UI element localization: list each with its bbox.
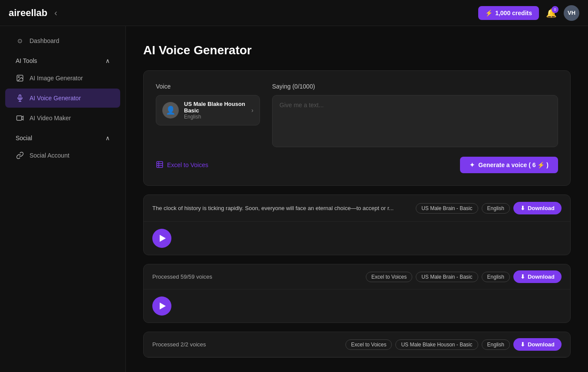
result-card-2: Processed 2/2 voices Excel to Voices US … — [143, 332, 571, 358]
back-button[interactable]: ‹ — [54, 8, 57, 18]
sidebar-item-dashboard[interactable]: ⊙ Dashboard — [5, 31, 120, 50]
sparkle-icon: ✦ — [470, 161, 475, 168]
page-title: AI Voice Generator — [143, 43, 571, 57]
processed-text-1: Processed 59/59 voices — [152, 273, 212, 280]
voice-label: Voice — [156, 83, 260, 90]
download-button-1[interactable]: ⬇ Download — [513, 270, 562, 283]
svg-rect-3 — [17, 116, 22, 121]
result-footer-1: Processed 59/59 voices Excel to Voices U… — [144, 264, 570, 290]
app-header: aireellab ‹ ⚡ 1,000 credits 🔔 0 VH — [0, 0, 588, 26]
result-tags-0: US Male Brain - Basic English ⬇ Download — [416, 202, 562, 214]
voice-tag-2: US Male Blake Houson - Basic — [395, 339, 478, 350]
svg-point-1 — [18, 76, 19, 77]
chevron-right-icon: › — [251, 107, 253, 114]
mic-icon — [16, 94, 24, 102]
result-card-0: The clock of history is ticking rapidly.… — [143, 194, 571, 255]
download-icon-2: ⬇ — [520, 341, 525, 348]
result-tags-2: Excel to Voices US Male Blake Houson - B… — [345, 338, 562, 351]
user-avatar[interactable]: VH — [564, 5, 579, 21]
svg-rect-4 — [157, 161, 163, 168]
result-player-1 — [144, 290, 570, 323]
credits-button[interactable]: ⚡ 1,000 credits — [478, 6, 539, 20]
play-button-0[interactable] — [152, 229, 171, 248]
main-wrapper: ⊙ Dashboard AI Tools ∧ AI Image Generato… — [0, 26, 588, 372]
svg-rect-2 — [19, 95, 21, 99]
table-icon — [156, 161, 164, 170]
voice-lang: English — [184, 114, 246, 120]
sidebar-item-ai-video[interactable]: AI Video Maker — [5, 109, 120, 128]
download-button-2[interactable]: ⬇ Download — [513, 338, 562, 351]
link-icon — [16, 151, 24, 160]
social-section-header: Social ∧ — [5, 128, 120, 145]
sidebar: ⊙ Dashboard AI Tools ∧ AI Image Generato… — [0, 26, 126, 372]
generator-footer: Excel to Voices ✦ Generate a voice ( 6 ⚡… — [156, 157, 558, 173]
lang-tag-0: English — [482, 203, 510, 214]
voice-selector[interactable]: 👤 US Male Blake Houson Basic English › — [156, 95, 260, 125]
lang-tag-1: English — [482, 272, 510, 282]
sidebar-item-ai-voice[interactable]: AI Voice Generator — [5, 89, 120, 108]
processed-text-2: Processed 2/2 voices — [152, 341, 206, 348]
chevron-up-icon: ∧ — [105, 57, 110, 64]
saying-input[interactable] — [272, 95, 558, 147]
excel-tag-1: Excel to Voices — [366, 272, 412, 282]
lang-tag-2: English — [482, 339, 510, 350]
lightning-icon: ⚡ — [485, 10, 493, 16]
saying-label: Saying (0/1000) — [272, 83, 558, 90]
header-right: ⚡ 1,000 credits 🔔 0 VH — [478, 5, 579, 21]
result-player-0 — [144, 222, 570, 255]
play-icon-1 — [160, 303, 166, 309]
play-icon-0 — [160, 235, 166, 242]
sidebar-item-social-account[interactable]: Social Account — [5, 146, 120, 165]
header-left: aireellab ‹ — [9, 7, 135, 19]
video-icon — [16, 114, 24, 122]
excel-tag-2: Excel to Voices — [345, 339, 392, 350]
generate-button[interactable]: ✦ Generate a voice ( 6 ⚡ ) — [460, 157, 558, 173]
voice-avatar: 👤 — [162, 102, 179, 119]
result-tags-1: Excel to Voices US Male Brain - Basic En… — [366, 270, 562, 283]
voice-tag-0: US Male Brain - Basic — [416, 203, 478, 214]
download-icon-0: ⬇ — [520, 205, 525, 211]
notification-badge: 0 — [552, 6, 558, 13]
generator-card: Voice 👤 US Male Blake Houson Basic Engli… — [143, 70, 571, 186]
result-card-1: Processed 59/59 voices Excel to Voices U… — [143, 264, 571, 323]
image-icon — [16, 74, 24, 82]
play-button-1[interactable] — [152, 296, 171, 316]
voice-tag-1: US Male Brain - Basic — [416, 272, 478, 282]
notifications-button[interactable]: 🔔 0 — [546, 8, 557, 18]
excel-to-voices-link[interactable]: Excel to Voices — [156, 161, 208, 170]
result-text-0: The clock of history is ticking rapidly.… — [152, 205, 409, 211]
result-footer-2: Processed 2/2 voices Excel to Voices US … — [144, 332, 570, 357]
download-icon-1: ⬇ — [520, 273, 525, 280]
sidebar-item-ai-image[interactable]: AI Image Generator — [5, 69, 120, 88]
download-button-0[interactable]: ⬇ Download — [513, 202, 562, 214]
home-icon: ⊙ — [16, 36, 24, 45]
voice-section: Voice 👤 US Male Blake Houson Basic Engli… — [156, 83, 260, 149]
voice-info: US Male Blake Houson Basic English — [184, 101, 246, 120]
result-header-0: The clock of history is ticking rapidly.… — [144, 195, 570, 222]
voice-name: US Male Blake Houson Basic — [184, 101, 246, 114]
saying-section: Saying (0/1000) — [272, 83, 558, 149]
ai-tools-section-header: AI Tools ∧ — [5, 51, 120, 68]
main-content: AI Voice Generator Voice 👤 US Male Blake… — [126, 26, 588, 372]
generator-row: Voice 👤 US Male Blake Houson Basic Engli… — [156, 83, 558, 149]
chevron-up-icon-social: ∧ — [105, 135, 110, 142]
logo: aireellab — [9, 7, 47, 19]
